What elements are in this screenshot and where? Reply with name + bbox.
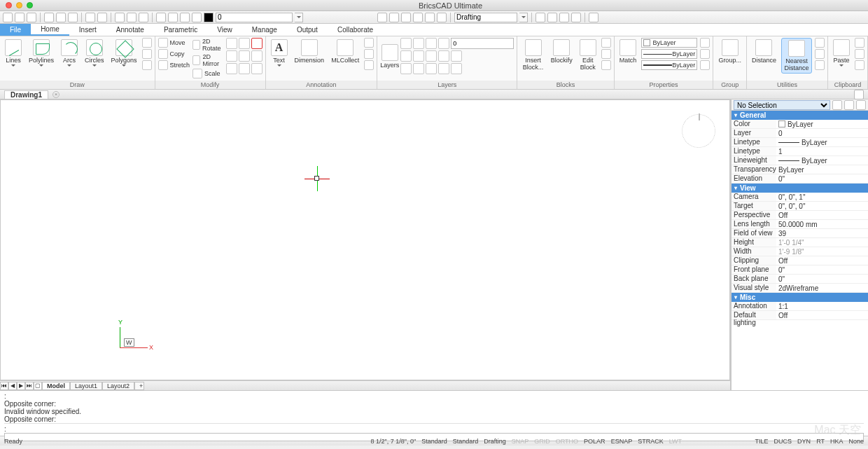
prop-extra-3[interactable] <box>700 60 710 70</box>
prop-layer-value[interactable]: 0 <box>776 129 868 137</box>
trim-icon[interactable] <box>226 38 237 49</box>
prop-fp-value[interactable]: 0" <box>776 265 868 274</box>
status-polar[interactable]: POLAR <box>584 438 606 445</box>
doc-right-icon[interactable] <box>854 90 864 99</box>
array-icon[interactable] <box>226 63 237 74</box>
open-icon[interactable] <box>15 13 24 22</box>
icon-c[interactable] <box>401 13 411 22</box>
prop-lens-value[interactable]: 50.0000 mm <box>776 220 868 228</box>
nearest-distance-button[interactable]: Nearest Distance <box>781 38 812 74</box>
prop-cam-value[interactable]: 0", 0", 1" <box>776 193 868 201</box>
plot-icon[interactable] <box>192 13 202 22</box>
dimension-button[interactable]: Dimension <box>293 38 327 65</box>
util-extra-1[interactable] <box>815 38 825 48</box>
status-dyn[interactable]: DYN <box>797 438 811 445</box>
layer-bulb-icon[interactable] <box>400 38 412 49</box>
icon-d[interactable] <box>413 13 423 22</box>
prop-dl-value[interactable]: Off <box>776 311 868 319</box>
status-std2[interactable]: Standard <box>453 438 479 445</box>
tab-output[interactable]: Output <box>287 24 328 36</box>
stretch-button[interactable]: Stretch <box>158 60 190 70</box>
ann-extra-1[interactable] <box>364 38 374 48</box>
document-close-icon[interactable]: × <box>52 91 59 98</box>
status-rt[interactable]: RT <box>816 438 825 445</box>
paste-button[interactable]: Paste <box>831 38 852 70</box>
insert-block-button[interactable]: Insert Block... <box>520 38 546 72</box>
ann-extra-3[interactable] <box>364 60 374 70</box>
layout-nav-last[interactable]: ⏭ <box>25 382 34 390</box>
prop-color-value[interactable]: ByLayer <box>776 120 868 128</box>
paste-icon[interactable] <box>139 13 148 22</box>
blk-extra-1[interactable] <box>601 38 611 48</box>
status-grid[interactable]: GRID <box>534 438 550 445</box>
ann-extra-2[interactable] <box>364 49 374 59</box>
document-tab[interactable]: Drawing1 <box>4 90 48 99</box>
cut-icon[interactable] <box>115 13 125 22</box>
workspace-field[interactable] <box>454 13 517 22</box>
undo-icon[interactable] <box>85 13 95 22</box>
explode-icon[interactable] <box>251 50 262 62</box>
text-button[interactable]: AText <box>269 38 290 70</box>
layer-tool-10-icon[interactable] <box>451 63 462 74</box>
current-layer-field[interactable] <box>216 13 293 22</box>
match-button[interactable]: Match <box>617 38 639 65</box>
erase-icon[interactable] <box>251 38 262 49</box>
bulb-icon[interactable] <box>156 13 166 22</box>
prop-tr-value[interactable]: ByLayer <box>776 165 868 174</box>
drawing-canvas[interactable]: Y X W <box>0 99 730 380</box>
status-snap[interactable]: SNAP <box>512 438 529 445</box>
print-icon[interactable] <box>44 13 54 22</box>
status-draft[interactable]: Drafting <box>484 438 506 445</box>
group-view[interactable]: ▾View <box>732 184 868 193</box>
layer-tool-9-icon[interactable] <box>438 63 449 74</box>
rotate-button[interactable]: 2D Rotate <box>192 38 223 52</box>
scale-button[interactable]: Scale <box>192 69 223 78</box>
util-extra-3[interactable] <box>815 60 825 70</box>
layer-tool-8-icon[interactable] <box>426 63 437 74</box>
prop-vs-value[interactable]: 2dWireframe <box>776 284 868 292</box>
props-eye-icon[interactable] <box>856 100 866 110</box>
polygons-button[interactable]: Polygons <box>109 38 139 70</box>
draw-extra-3[interactable] <box>142 60 152 70</box>
save-icon[interactable] <box>27 13 36 22</box>
tool-icon-1[interactable] <box>536 13 545 22</box>
join-icon[interactable] <box>251 63 262 74</box>
status-esnap[interactable]: ESNAP <box>611 438 633 445</box>
layer-tool-5-icon[interactable] <box>451 50 462 62</box>
prop-lw-value[interactable]: ByLayer <box>776 156 868 165</box>
layer-tool-6-icon[interactable] <box>400 63 412 74</box>
status-tile[interactable]: TILE <box>755 438 769 445</box>
props-filter-icon[interactable] <box>832 100 842 110</box>
minimize-window-button[interactable] <box>16 2 22 8</box>
prop-linetype-value[interactable]: ByLayer <box>776 138 868 146</box>
tool-icon-4[interactable] <box>571 13 581 22</box>
blockify-button[interactable]: Blockify <box>549 38 575 65</box>
layer-tool-2-icon[interactable] <box>413 50 424 62</box>
maximize-window-button[interactable] <box>27 2 33 8</box>
tab-parametric[interactable]: Parametric <box>154 24 207 36</box>
layout-nav-next[interactable]: ▶ <box>17 382 25 390</box>
layer-combo[interactable] <box>451 38 514 49</box>
group-button[interactable]: Group... <box>716 38 743 65</box>
print-preview-icon[interactable] <box>56 13 66 22</box>
polylines-button[interactable]: Polylines <box>27 38 56 70</box>
draw-extra-1[interactable] <box>142 38 152 48</box>
layers-button[interactable]: Layers <box>380 44 399 69</box>
publish-icon[interactable] <box>68 13 78 22</box>
group-misc[interactable]: ▾Misc <box>732 293 868 302</box>
current-color-swatch[interactable] <box>204 13 214 22</box>
redo-icon[interactable] <box>97 13 107 22</box>
util-extra-2[interactable] <box>815 49 825 59</box>
layout-nav-list[interactable]: ▢ <box>34 382 42 390</box>
layer-tool-7-icon[interactable] <box>413 63 424 74</box>
layout-nav-first[interactable]: ⏮ <box>0 382 8 390</box>
prop-extra-2[interactable] <box>700 49 710 59</box>
status-hka[interactable]: HKA <box>830 438 844 445</box>
tab-view[interactable]: View <box>207 24 242 36</box>
move-button[interactable]: Move <box>158 38 190 48</box>
copy-icon[interactable] <box>127 13 136 22</box>
status-strack[interactable]: STRACK <box>638 438 664 445</box>
layout-nav-prev[interactable]: ◀ <box>8 382 17 390</box>
prop-extra-1[interactable] <box>700 38 710 48</box>
layer-color-icon[interactable] <box>438 38 449 49</box>
